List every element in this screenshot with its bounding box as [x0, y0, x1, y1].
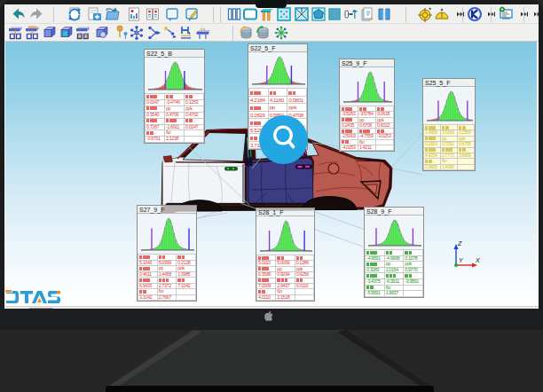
svg-text:Z: Z — [457, 240, 462, 247]
svg-text:X: X — [475, 257, 480, 263]
svg-text:Y: Y — [459, 257, 464, 263]
